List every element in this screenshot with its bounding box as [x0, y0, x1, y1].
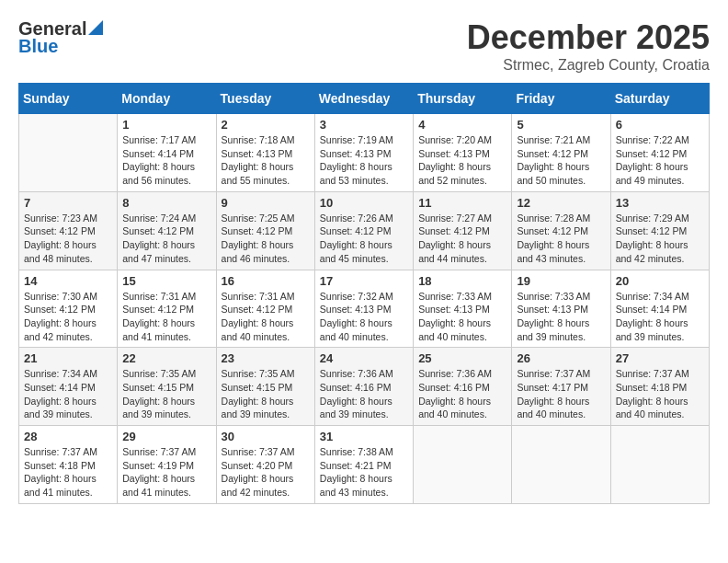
day-header-wednesday: Wednesday — [314, 84, 413, 114]
calendar-cell: 5Sunrise: 7:21 AM Sunset: 4:12 PM Daylig… — [512, 114, 610, 192]
day-info: Sunrise: 7:30 AM Sunset: 4:12 PM Dayligh… — [24, 290, 112, 344]
calendar-cell: 3Sunrise: 7:19 AM Sunset: 4:13 PM Daylig… — [314, 114, 413, 192]
day-number: 5 — [517, 118, 605, 132]
svg-marker-0 — [88, 20, 103, 35]
day-number: 20 — [616, 274, 704, 288]
day-number: 26 — [517, 351, 605, 365]
calendar-cell: 2Sunrise: 7:18 AM Sunset: 4:13 PM Daylig… — [216, 114, 314, 192]
day-info: Sunrise: 7:22 AM Sunset: 4:12 PM Dayligh… — [616, 133, 704, 188]
day-info: Sunrise: 7:18 AM Sunset: 4:13 PM Dayligh… — [222, 133, 310, 188]
calendar-cell: 4Sunrise: 7:20 AM Sunset: 4:13 PM Daylig… — [414, 114, 512, 192]
calendar-week-row: 28Sunrise: 7:37 AM Sunset: 4:18 PM Dayli… — [19, 426, 710, 504]
month-title: December 2025 — [467, 18, 710, 57]
day-info: Sunrise: 7:33 AM Sunset: 4:13 PM Dayligh… — [517, 290, 605, 344]
day-number: 19 — [517, 274, 605, 288]
day-header-tuesday: Tuesday — [216, 84, 314, 114]
day-number: 14 — [24, 274, 112, 288]
calendar-cell: 30Sunrise: 7:37 AM Sunset: 4:20 PM Dayli… — [216, 426, 314, 504]
logo: General Blue — [18, 18, 103, 57]
location-title: Strmec, Zagreb County, Croatia — [467, 57, 710, 74]
day-number: 18 — [418, 274, 506, 288]
day-number: 6 — [616, 118, 704, 132]
page-header: General Blue December 2025 Strmec, Zagre… — [18, 18, 710, 74]
day-info: Sunrise: 7:37 AM Sunset: 4:19 PM Dayligh… — [122, 445, 210, 500]
day-info: Sunrise: 7:23 AM Sunset: 4:12 PM Dayligh… — [24, 212, 112, 266]
calendar-cell — [19, 114, 118, 192]
day-number: 31 — [320, 430, 408, 443]
day-info: Sunrise: 7:26 AM Sunset: 4:12 PM Dayligh… — [320, 212, 408, 266]
day-number: 4 — [418, 118, 506, 132]
calendar-cell — [610, 426, 709, 504]
day-info: Sunrise: 7:35 AM Sunset: 4:15 PM Dayligh… — [122, 367, 210, 421]
day-info: Sunrise: 7:33 AM Sunset: 4:13 PM Dayligh… — [418, 290, 506, 344]
day-info: Sunrise: 7:36 AM Sunset: 4:16 PM Dayligh… — [418, 367, 506, 421]
day-info: Sunrise: 7:28 AM Sunset: 4:12 PM Dayligh… — [517, 212, 605, 266]
day-info: Sunrise: 7:37 AM Sunset: 4:18 PM Dayligh… — [24, 445, 112, 500]
day-number: 25 — [418, 351, 506, 365]
day-number: 7 — [24, 196, 112, 210]
calendar-cell: 13Sunrise: 7:29 AM Sunset: 4:12 PM Dayli… — [610, 191, 709, 270]
calendar-cell: 9Sunrise: 7:25 AM Sunset: 4:12 PM Daylig… — [216, 191, 314, 270]
day-number: 8 — [122, 196, 210, 210]
title-section: December 2025 Strmec, Zagreb County, Cro… — [467, 18, 710, 74]
day-number: 9 — [222, 196, 310, 210]
day-info: Sunrise: 7:29 AM Sunset: 4:12 PM Dayligh… — [616, 212, 704, 266]
day-header-friday: Friday — [512, 84, 610, 114]
calendar-cell: 15Sunrise: 7:31 AM Sunset: 4:12 PM Dayli… — [118, 270, 216, 348]
day-info: Sunrise: 7:31 AM Sunset: 4:12 PM Dayligh… — [122, 290, 210, 344]
calendar-cell: 10Sunrise: 7:26 AM Sunset: 4:12 PM Dayli… — [314, 191, 413, 270]
calendar-week-row: 14Sunrise: 7:30 AM Sunset: 4:12 PM Dayli… — [19, 270, 710, 348]
day-number: 2 — [222, 118, 310, 132]
calendar-cell: 24Sunrise: 7:36 AM Sunset: 4:16 PM Dayli… — [314, 348, 413, 426]
calendar-cell — [414, 426, 512, 504]
day-header-thursday: Thursday — [414, 84, 512, 114]
day-number: 22 — [122, 351, 210, 365]
day-info: Sunrise: 7:21 AM Sunset: 4:12 PM Dayligh… — [517, 133, 605, 188]
day-number: 15 — [122, 274, 210, 288]
calendar-cell: 26Sunrise: 7:37 AM Sunset: 4:17 PM Dayli… — [512, 348, 610, 426]
calendar-week-row: 21Sunrise: 7:34 AM Sunset: 4:14 PM Dayli… — [19, 348, 710, 426]
day-number: 30 — [222, 430, 310, 443]
day-number: 23 — [222, 351, 310, 365]
day-number: 29 — [122, 430, 210, 443]
day-info: Sunrise: 7:35 AM Sunset: 4:15 PM Dayligh… — [222, 367, 310, 421]
day-number: 24 — [320, 351, 408, 365]
day-info: Sunrise: 7:17 AM Sunset: 4:14 PM Dayligh… — [122, 133, 210, 188]
day-number: 17 — [320, 274, 408, 288]
day-info: Sunrise: 7:31 AM Sunset: 4:12 PM Dayligh… — [222, 290, 310, 344]
calendar-cell: 21Sunrise: 7:34 AM Sunset: 4:14 PM Dayli… — [19, 348, 118, 426]
logo-blue-text: Blue — [18, 36, 58, 57]
day-number: 21 — [24, 351, 112, 365]
calendar-table: SundayMondayTuesdayWednesdayThursdayFrid… — [18, 83, 710, 504]
day-header-saturday: Saturday — [610, 84, 709, 114]
calendar-week-row: 1Sunrise: 7:17 AM Sunset: 4:14 PM Daylig… — [19, 114, 710, 192]
calendar-cell: 25Sunrise: 7:36 AM Sunset: 4:16 PM Dayli… — [414, 348, 512, 426]
calendar-cell: 29Sunrise: 7:37 AM Sunset: 4:19 PM Dayli… — [118, 426, 216, 504]
calendar-cell: 22Sunrise: 7:35 AM Sunset: 4:15 PM Dayli… — [118, 348, 216, 426]
day-info: Sunrise: 7:34 AM Sunset: 4:14 PM Dayligh… — [24, 367, 112, 421]
day-info: Sunrise: 7:25 AM Sunset: 4:12 PM Dayligh… — [222, 212, 310, 266]
calendar-cell: 20Sunrise: 7:34 AM Sunset: 4:14 PM Dayli… — [610, 270, 709, 348]
calendar-cell — [512, 426, 610, 504]
day-number: 28 — [24, 430, 112, 443]
calendar-cell: 7Sunrise: 7:23 AM Sunset: 4:12 PM Daylig… — [19, 191, 118, 270]
day-info: Sunrise: 7:19 AM Sunset: 4:13 PM Dayligh… — [320, 133, 408, 188]
calendar-header-row: SundayMondayTuesdayWednesdayThursdayFrid… — [19, 84, 710, 114]
calendar-cell: 23Sunrise: 7:35 AM Sunset: 4:15 PM Dayli… — [216, 348, 314, 426]
day-header-sunday: Sunday — [19, 84, 118, 114]
calendar-cell: 18Sunrise: 7:33 AM Sunset: 4:13 PM Dayli… — [414, 270, 512, 348]
calendar-week-row: 7Sunrise: 7:23 AM Sunset: 4:12 PM Daylig… — [19, 191, 710, 270]
calendar-cell: 27Sunrise: 7:37 AM Sunset: 4:18 PM Dayli… — [610, 348, 709, 426]
day-info: Sunrise: 7:36 AM Sunset: 4:16 PM Dayligh… — [320, 367, 408, 421]
day-info: Sunrise: 7:37 AM Sunset: 4:20 PM Dayligh… — [222, 445, 310, 500]
calendar-cell: 19Sunrise: 7:33 AM Sunset: 4:13 PM Dayli… — [512, 270, 610, 348]
day-number: 27 — [616, 351, 704, 365]
day-header-monday: Monday — [118, 84, 216, 114]
calendar-cell: 8Sunrise: 7:24 AM Sunset: 4:12 PM Daylig… — [118, 191, 216, 270]
day-number: 3 — [320, 118, 408, 132]
logo-triangle-icon — [88, 20, 103, 35]
calendar-cell: 28Sunrise: 7:37 AM Sunset: 4:18 PM Dayli… — [19, 426, 118, 504]
day-number: 1 — [122, 118, 210, 132]
calendar-cell: 6Sunrise: 7:22 AM Sunset: 4:12 PM Daylig… — [610, 114, 709, 192]
day-info: Sunrise: 7:34 AM Sunset: 4:14 PM Dayligh… — [616, 290, 704, 344]
